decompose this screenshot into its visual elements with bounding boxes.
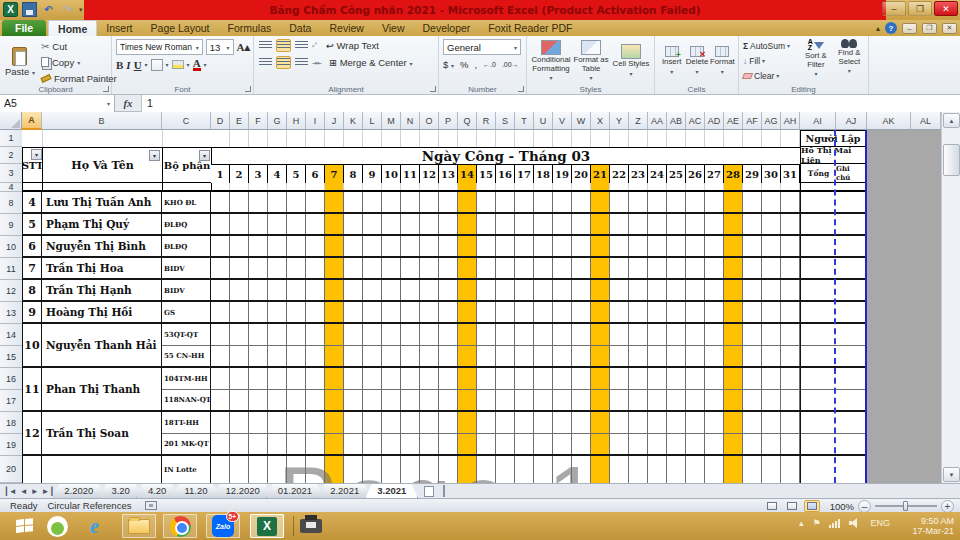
scroll-up-icon[interactable]: ▲ [943,113,960,128]
cell-name[interactable] [42,456,162,483]
restore-button[interactable]: ❐ [908,1,932,16]
column-header-v[interactable]: V [553,112,572,130]
column-header-i[interactable]: I [306,112,325,130]
cell-total[interactable] [801,236,836,256]
column-header-s[interactable]: S [496,112,515,130]
excel-app-icon[interactable]: X [3,2,18,17]
cell-name[interactable]: Hoàng Thị Hồi [42,302,162,322]
cell-styles-button[interactable]: Cell Styles▾ [611,39,651,82]
clear-button[interactable]: Clear ▾ [743,69,798,82]
header-cell-prepared-by-name[interactable]: Hồ Thị Mai Liên [800,147,866,164]
column-header-ag[interactable]: AG [762,112,781,130]
cell-stt[interactable]: 4 [22,192,42,212]
format-painter-button[interactable]: Format Painter [39,71,119,85]
column-header-x[interactable]: X [591,112,610,130]
merge-center-button[interactable]: ⊞ Merge & Center ▾ [329,57,412,68]
cell-total[interactable] [801,280,836,300]
page-break-preview-button[interactable] [804,500,820,512]
day-header-29[interactable]: 29 [743,165,762,183]
column-header-c[interactable]: C [162,112,211,130]
cell-total[interactable] [801,214,836,234]
day-header-2[interactable]: 2 [230,165,249,183]
find-select-button[interactable]: Find & Select▾ [834,39,865,82]
column-header-d[interactable]: D [211,112,230,130]
borders-icon[interactable] [151,59,163,71]
cut-button[interactable]: ✂Cut [39,39,119,53]
column-header-y[interactable]: Y [610,112,629,130]
copy-button[interactable]: Copy ▾ [39,55,119,69]
header-cell-dept[interactable]: Bộ phận▾ [162,147,211,183]
cell-note[interactable] [836,368,867,389]
sheet-tab-3-20[interactable]: 3.20 [99,484,142,499]
column-header-w[interactable]: W [572,112,591,130]
sheet-tab-2-2020[interactable]: 2.2020 [52,484,105,499]
column-header-ac[interactable]: AC [686,112,705,130]
insert-worksheet-button[interactable] [418,486,440,497]
day-header-22[interactable]: 22 [610,165,629,183]
day-header-21[interactable]: 21 [591,165,610,183]
day-cell-row[interactable] [211,280,800,300]
file-explorer-taskbar-icon[interactable] [122,514,156,538]
ribbon-tab-developer[interactable]: Developer [413,20,479,36]
align-top-icon[interactable] [258,39,273,52]
column-header-af[interactable]: AF [743,112,762,130]
cell-name[interactable]: Nguyễn Thị Bình [42,236,162,256]
network-signal-icon[interactable] [829,519,840,528]
cell-stt[interactable]: 7 [22,258,42,278]
font-size-select[interactable]: 13▾ [206,39,234,55]
filter-dropdown-icon[interactable]: ▾ [149,150,160,161]
column-header-b[interactable]: B [42,112,162,130]
cell-dept[interactable]: KHO ĐL [162,192,210,212]
day-header-26[interactable]: 26 [686,165,705,183]
column-header-m[interactable]: M [382,112,401,130]
day-header-4[interactable]: 4 [268,165,287,183]
day-cell-row[interactable] [211,236,800,256]
number-dialog-launcher[interactable] [518,86,524,92]
coccoc-taskbar-icon[interactable] [47,514,68,538]
ribbon-tab-insert[interactable]: Insert [97,20,141,36]
day-cell-row[interactable] [211,258,800,278]
column-header-k[interactable]: K [344,112,363,130]
clipboard-dialog-launcher[interactable] [103,86,109,92]
day-header-9[interactable]: 9 [363,165,382,183]
day-header-1[interactable]: 1 [211,165,230,183]
fill-color-icon[interactable] [172,60,184,69]
column-header-h[interactable]: H [287,112,306,130]
cell-name[interactable]: Phan Thị Thanh [42,368,162,410]
cell-stt[interactable] [22,456,42,483]
day-header-10[interactable]: 10 [382,165,401,183]
day-header-14[interactable]: 14 [458,165,477,183]
sheet-tab-12-2020[interactable]: 12.2020 [213,484,271,499]
day-header-6[interactable]: 6 [306,165,325,183]
workbook-restore-button[interactable]: ❐ [922,23,937,34]
ribbon-tab-home[interactable]: Home [48,20,97,36]
increase-decimal-icon[interactable]: ←.0 [483,61,496,68]
qat-customize-icon[interactable]: ▾ [79,6,83,14]
cell-dept[interactable]: ĐLĐQ [162,236,210,256]
cell-note[interactable] [836,433,867,455]
day-header-15[interactable]: 15 [477,165,496,183]
cell-total[interactable] [801,412,836,433]
day-cell-row[interactable] [211,389,800,411]
cell-total[interactable] [801,324,836,345]
workbook-close-button[interactable]: ✕ [942,23,957,34]
column-header-r[interactable]: R [477,112,496,130]
day-header-18[interactable]: 18 [534,165,553,183]
cell-stt[interactable]: 12 [22,412,42,454]
ribbon-tab-formulas[interactable]: Formulas [219,20,281,36]
autosum-button[interactable]: Σ AutoSum ▾ [743,39,798,52]
cell-stt[interactable]: 10 [22,324,42,366]
column-header-l[interactable]: L [363,112,382,130]
orientation-icon[interactable]: ⤢ [312,42,317,49]
column-header-t[interactable]: T [515,112,534,130]
spreadsheet-grid[interactable]: 1234891011121314151617181920 STT▾ Họ Và … [0,130,941,483]
column-header-e[interactable]: E [230,112,249,130]
header-cell-name[interactable]: Họ Và Tên▾ [42,147,162,183]
column-header-f[interactable]: F [249,112,268,130]
next-sheet-icon[interactable]: ► [31,487,39,496]
cell-dept[interactable]: BIDV [162,280,210,300]
day-header-30[interactable]: 30 [762,165,781,183]
minimize-button[interactable]: – [882,1,906,16]
alignment-dialog-launcher[interactable] [430,86,436,92]
cell-stt[interactable]: 8 [22,280,42,300]
